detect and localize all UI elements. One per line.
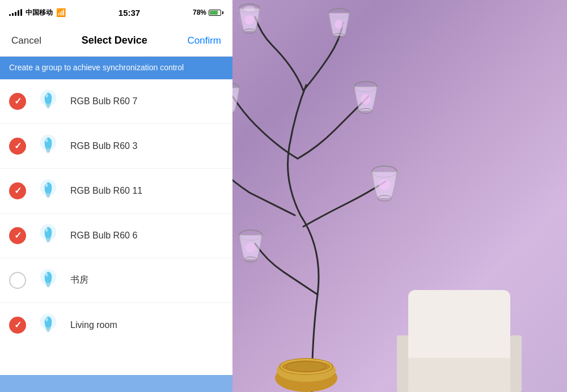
svg-rect-23 (408, 290, 510, 364)
svg-rect-36 (47, 107, 50, 108)
device-name: RGB Bulb R60 6 (70, 231, 137, 241)
bottom-hint (0, 375, 232, 392)
signal-bar-4 (18, 10, 19, 16)
page-title: Select Device (82, 35, 147, 46)
battery-body (209, 10, 221, 16)
battery-tip (222, 11, 223, 14)
phone-panel: 中国移动 📶 15:37 78% Cancel Select Device Co… (0, 0, 232, 392)
list-item[interactable]: ✓ RGB Bulb R60 7 (0, 79, 232, 124)
device-checkbox[interactable]: ✓ (9, 227, 26, 244)
svg-point-7 (335, 20, 344, 29)
device-checkbox[interactable]: ✓ (9, 317, 26, 334)
cancel-button[interactable]: Cancel (11, 35, 41, 46)
list-item[interactable]: ✓ Living room (0, 303, 232, 347)
svg-rect-69 (46, 327, 50, 329)
device-list: ✓ RGB Bulb R60 7✓ (0, 79, 232, 375)
bowl (272, 347, 340, 392)
svg-rect-48 (46, 193, 50, 195)
bulb-icon (34, 132, 62, 160)
svg-rect-35 (46, 105, 50, 106)
status-left: 中国移动 📶 (9, 8, 66, 18)
bulb-icon (34, 177, 62, 205)
list-item[interactable]: ✓ RGB Bulb R60 3 (0, 124, 232, 169)
signal-bar-5 (20, 9, 22, 16)
svg-point-2 (244, 6, 255, 11)
signal-bar-1 (9, 14, 11, 16)
status-right: 78% (193, 8, 223, 16)
list-item[interactable]: 书房 (0, 258, 232, 303)
device-checkbox[interactable]: ✓ (9, 182, 26, 199)
banner-text: Create a group to achieve synchronizatio… (9, 63, 184, 72)
device-checkbox[interactable]: ✓ (9, 93, 26, 110)
svg-rect-50 (47, 197, 50, 198)
battery-percent: 78% (193, 8, 206, 16)
svg-rect-62 (46, 283, 50, 284)
svg-rect-64 (47, 286, 50, 287)
svg-rect-49 (46, 195, 50, 196)
svg-point-22 (246, 242, 256, 253)
svg-rect-24 (403, 358, 516, 392)
sync-banner: Create a group to achieve synchronizatio… (0, 57, 232, 79)
bulb-icon (34, 221, 62, 250)
svg-rect-34 (46, 104, 50, 105)
checkmark-icon: ✓ (14, 186, 22, 195)
device-name: RGB Bulb R60 3 (70, 141, 137, 151)
svg-rect-55 (46, 238, 50, 240)
svg-rect-25 (397, 335, 408, 392)
svg-rect-42 (46, 150, 50, 151)
checkmark-icon: ✓ (14, 321, 22, 330)
bulb-icon (34, 266, 62, 295)
battery-icon (209, 10, 223, 16)
svg-rect-70 (46, 329, 50, 330)
list-item[interactable]: ✓ RGB Bulb R60 6 (0, 214, 232, 258)
checkmark-icon: ✓ (14, 142, 22, 151)
status-bar: 中国移动 📶 15:37 78% (0, 0, 232, 25)
chair (397, 279, 522, 392)
device-checkbox[interactable]: ✓ (9, 138, 26, 155)
carrier-label: 中国移动 (26, 8, 53, 18)
svg-point-19 (379, 179, 390, 190)
svg-point-29 (279, 358, 333, 375)
device-name: Living room (70, 320, 117, 330)
svg-point-4 (238, 11, 261, 28)
wifi-icon: 📶 (56, 8, 66, 17)
svg-rect-41 (46, 148, 50, 150)
device-checkbox[interactable] (9, 272, 26, 289)
signal-bars (9, 9, 22, 16)
confirm-button[interactable]: Confirm (187, 35, 221, 46)
checkmark-icon: ✓ (14, 97, 22, 106)
device-name: RGB Bulb R60 11 (70, 186, 142, 196)
bulb-icon (34, 87, 62, 116)
svg-rect-63 (46, 284, 50, 286)
bulb-icon (34, 311, 62, 339)
svg-point-13 (361, 94, 371, 104)
svg-rect-71 (47, 331, 50, 332)
battery-fill (210, 11, 218, 15)
svg-rect-26 (510, 335, 522, 392)
nav-bar: Cancel Select Device Confirm (0, 25, 232, 57)
checkmark-icon: ✓ (14, 231, 22, 240)
list-item[interactable]: ✓ RGB Bulb R60 11 (0, 169, 232, 214)
signal-bar-2 (12, 13, 14, 16)
svg-rect-56 (46, 240, 50, 241)
svg-rect-43 (47, 152, 50, 153)
device-name: 书房 (70, 274, 88, 286)
device-name: RGB Bulb R60 7 (70, 96, 137, 106)
status-time: 15:37 (119, 8, 140, 18)
svg-rect-57 (47, 241, 50, 242)
signal-bar-3 (15, 12, 16, 16)
